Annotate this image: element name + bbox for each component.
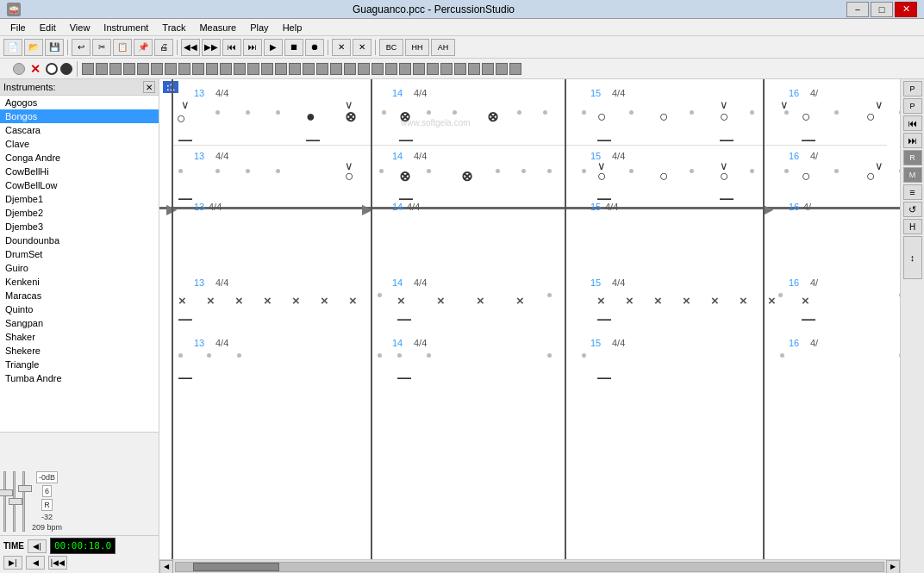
- instrument-cascara[interactable]: Cascara: [0, 123, 159, 137]
- cut-button[interactable]: ✂: [92, 39, 111, 56]
- rect23[interactable]: [385, 63, 397, 75]
- fforward-button[interactable]: ⏭: [243, 39, 262, 56]
- instrument-triangle[interactable]: Triangle: [0, 358, 159, 371]
- instrument-maracas[interactable]: Maracas: [0, 289, 159, 302]
- rect26[interactable]: [427, 63, 439, 75]
- rect32[interactable]: [509, 63, 521, 75]
- instrument-clave[interactable]: Clave: [0, 137, 159, 151]
- instrument-bongos[interactable]: Bongos: [0, 109, 159, 123]
- menu-view[interactable]: View: [63, 21, 97, 34]
- fader1-track[interactable]: [3, 471, 6, 532]
- instrument-djembe3[interactable]: Djembe3: [0, 220, 159, 234]
- dot-button[interactable]: [13, 63, 25, 75]
- scroll-right-arrow[interactable]: ▶: [886, 560, 900, 574]
- maximize-button[interactable]: □: [871, 2, 893, 17]
- menu-edit[interactable]: Edit: [33, 21, 63, 34]
- fader3-track[interactable]: [22, 471, 25, 532]
- menu-instrument[interactable]: Instrument: [97, 21, 155, 34]
- instrument-kenkeni[interactable]: Kenkeni: [0, 275, 159, 289]
- minimize-button[interactable]: −: [846, 2, 869, 17]
- rect24[interactable]: [399, 63, 411, 75]
- undo-button[interactable]: ↩: [72, 39, 91, 56]
- menu-play[interactable]: Play: [243, 21, 275, 34]
- rp-menu-button[interactable]: ≡: [903, 184, 922, 200]
- rect11[interactable]: [220, 63, 232, 75]
- instrument-djembe2[interactable]: Djembe2: [0, 206, 159, 220]
- rect25[interactable]: [413, 63, 425, 75]
- rect6[interactable]: [151, 63, 163, 75]
- arrow-left-button[interactable]: ◀◀: [181, 39, 200, 56]
- rect22[interactable]: [371, 63, 384, 75]
- hh-button[interactable]: HH: [405, 39, 429, 56]
- rect14[interactable]: [261, 63, 273, 75]
- open-button[interactable]: 📂: [24, 39, 43, 56]
- time-play-button[interactable]: ▶|: [3, 556, 22, 570]
- solo-button[interactable]: ✕: [353, 39, 371, 56]
- bc-button[interactable]: BC: [379, 39, 403, 56]
- stop-button[interactable]: ⏹: [284, 39, 303, 56]
- rect7[interactable]: [165, 63, 177, 75]
- fader1-thumb[interactable]: [0, 489, 13, 496]
- rp-p1-button[interactable]: P: [903, 81, 922, 97]
- rect2[interactable]: [96, 63, 108, 75]
- copy-button[interactable]: 📋: [113, 39, 132, 56]
- time-prev-button[interactable]: ◀: [26, 556, 45, 570]
- rect5[interactable]: [137, 63, 149, 75]
- rect1[interactable]: [82, 63, 94, 75]
- rect8[interactable]: [178, 63, 190, 75]
- rect27[interactable]: [440, 63, 453, 75]
- rewind-button[interactable]: ⏮: [222, 39, 241, 56]
- arrow-right-button[interactable]: ▶▶: [202, 39, 221, 56]
- time-back-button[interactable]: ◀|: [28, 539, 47, 553]
- rect10[interactable]: [206, 63, 218, 75]
- rp-refresh-button[interactable]: ↺: [903, 202, 922, 217]
- close-button[interactable]: ✕: [895, 2, 917, 17]
- menu-measure[interactable]: Measure: [192, 21, 243, 34]
- instrument-guiro[interactable]: Guiro: [0, 261, 159, 275]
- rect15[interactable]: [275, 63, 287, 75]
- circle-button[interactable]: [46, 63, 58, 75]
- instrument-agogos[interactable]: Agogos: [0, 96, 159, 109]
- rect9[interactable]: [192, 63, 204, 75]
- rect20[interactable]: [344, 63, 356, 75]
- rect4[interactable]: [123, 63, 135, 75]
- filled-circle-button[interactable]: [60, 63, 72, 75]
- rect17[interactable]: [303, 63, 315, 75]
- score-rows[interactable]: :1 13 4/4 14 4/4 15 4/4 16 4/ ∨ ∨ ∨ ○: [159, 79, 900, 559]
- rect28[interactable]: [454, 63, 466, 75]
- instrument-drumset[interactable]: DrumSet: [0, 247, 159, 261]
- menu-file[interactable]: File: [3, 21, 33, 34]
- instrument-tumba-andre[interactable]: Tumba Andre: [0, 371, 159, 385]
- h-scroll-thumb[interactable]: [193, 563, 279, 571]
- rect16[interactable]: [289, 63, 301, 75]
- rp-prev-button[interactable]: ⏮: [903, 115, 922, 131]
- instrument-sangpan[interactable]: Sangpan: [0, 316, 159, 330]
- rect3[interactable]: [109, 63, 122, 75]
- fader2-track[interactable]: [13, 471, 16, 532]
- rect31[interactable]: [496, 63, 508, 75]
- fader2-thumb[interactable]: [9, 498, 22, 505]
- record-button[interactable]: ⏺: [305, 39, 324, 56]
- rp-r-button[interactable]: R: [903, 150, 922, 165]
- menu-track[interactable]: Track: [155, 21, 192, 34]
- instrument-conga-andre[interactable]: Conga Andre: [0, 151, 159, 165]
- instrument-shaker[interactable]: Shaker: [0, 330, 159, 344]
- rp-m-button[interactable]: M: [903, 167, 922, 183]
- instrument-doundounba[interactable]: Doundounba: [0, 234, 159, 247]
- rect30[interactable]: [482, 63, 494, 75]
- rp-next-button[interactable]: ⏭: [903, 133, 922, 148]
- save-button[interactable]: 💾: [45, 39, 64, 56]
- rect12[interactable]: [234, 63, 246, 75]
- play-button[interactable]: ▶: [264, 39, 283, 56]
- rect19[interactable]: [330, 63, 342, 75]
- instrument-cowbellhi[interactable]: CowBellHi: [0, 165, 159, 178]
- h-scrollbar[interactable]: ◀ ▶: [159, 559, 900, 573]
- instrument-quinto[interactable]: Quinto: [0, 302, 159, 316]
- time-start-button[interactable]: |◀◀: [48, 556, 67, 570]
- mute-button[interactable]: ✕: [332, 39, 351, 56]
- h-scroll-track[interactable]: [175, 562, 884, 572]
- fader3-thumb[interactable]: [18, 485, 32, 492]
- rect13[interactable]: [247, 63, 259, 75]
- new-button[interactable]: 📄: [3, 39, 22, 56]
- instrument-cowbelllow[interactable]: CowBellLow: [0, 178, 159, 192]
